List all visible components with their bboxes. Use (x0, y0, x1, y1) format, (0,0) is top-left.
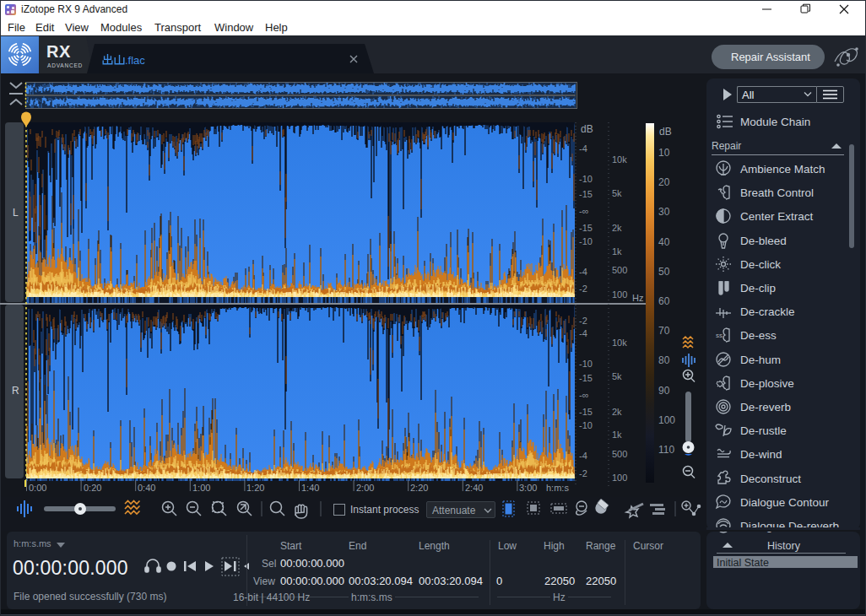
svg-text:ss: ss (716, 332, 723, 339)
